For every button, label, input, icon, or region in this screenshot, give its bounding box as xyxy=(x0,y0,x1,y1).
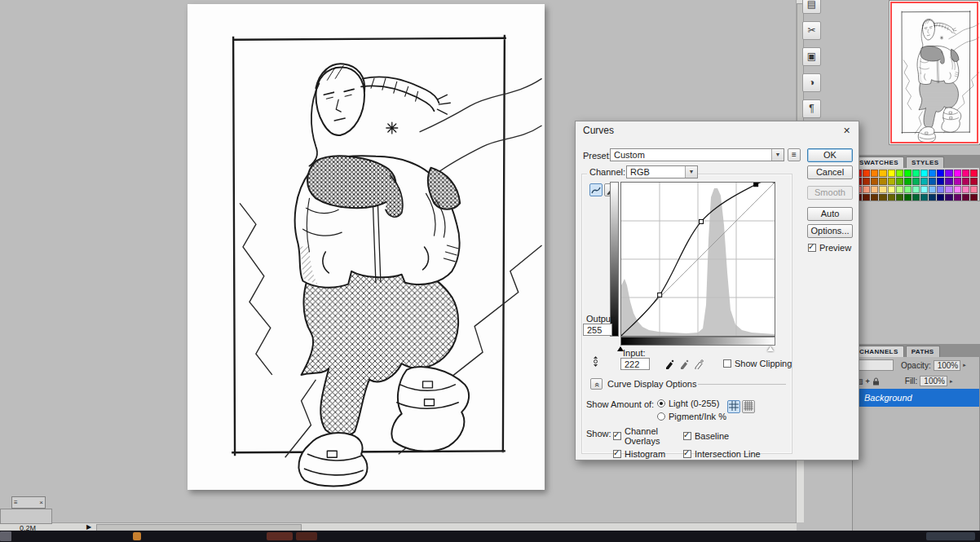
swatch-32[interactable] xyxy=(871,186,878,193)
preview-checkbox[interactable]: Preview xyxy=(808,243,851,253)
swatch-19[interactable] xyxy=(888,178,895,185)
collapse-section-button[interactable]: « xyxy=(590,378,603,390)
swatch-41[interactable] xyxy=(945,186,952,193)
taskbar-item-0[interactable] xyxy=(133,532,141,540)
swatch-6[interactable] xyxy=(904,170,912,177)
swatch-18[interactable] xyxy=(879,178,886,185)
radio-button[interactable] xyxy=(657,399,665,408)
checkbox-box[interactable] xyxy=(808,244,816,252)
paragraph-icon[interactable]: ¶ xyxy=(802,99,821,118)
status-arrow-button[interactable]: ▶ xyxy=(86,523,91,531)
curve-point[interactable] xyxy=(700,219,704,223)
tab-paths[interactable]: PATHS xyxy=(906,346,940,357)
swatch-46[interactable] xyxy=(863,194,870,201)
show-option-intersection-line[interactable]: Intersection Line xyxy=(683,449,761,459)
taskbar-start-icon[interactable] xyxy=(0,531,11,541)
swatch-52[interactable] xyxy=(912,194,920,201)
navigator-view-box[interactable] xyxy=(890,2,978,143)
layer-row-background[interactable]: Background xyxy=(853,389,979,407)
simple-grid-button[interactable] xyxy=(727,400,740,413)
swatch-38[interactable] xyxy=(920,186,928,193)
swatch-26[interactable] xyxy=(945,178,952,185)
swatch-47[interactable] xyxy=(871,194,878,201)
swatch-23[interactable] xyxy=(920,178,928,185)
opacity-spinner-icon[interactable]: ▸ xyxy=(963,362,966,368)
options-button[interactable]: Options... xyxy=(807,224,853,238)
fill-spinner-icon[interactable]: ▸ xyxy=(950,378,953,385)
white-point-eyedropper-icon[interactable] xyxy=(693,358,704,369)
swatch-4[interactable] xyxy=(888,170,895,177)
checkbox-box[interactable] xyxy=(683,450,691,458)
swatch-39[interactable] xyxy=(929,186,936,193)
swatch-29[interactable] xyxy=(970,178,978,185)
swatch-10[interactable] xyxy=(937,170,944,177)
close-icon[interactable]: × xyxy=(39,499,43,506)
taskbar-item-3[interactable] xyxy=(926,532,975,540)
preset-dropdown[interactable]: Custom ▼ xyxy=(610,148,784,161)
swatch-40[interactable] xyxy=(937,186,944,193)
swatch-20[interactable] xyxy=(896,178,903,185)
taskbar-item-2[interactable] xyxy=(296,532,317,540)
amount-option-light-0-255-[interactable]: Light (0-255) xyxy=(657,399,726,408)
preset-menu-button[interactable]: ≡ xyxy=(788,148,801,161)
swatch-7[interactable] xyxy=(912,170,920,177)
auto-button[interactable]: Auto xyxy=(807,207,853,221)
lock-position-icon[interactable]: + xyxy=(866,377,870,386)
black-point-eyedropper-icon[interactable] xyxy=(664,358,675,369)
checkbox-box[interactable] xyxy=(723,359,731,368)
checkbox-box[interactable] xyxy=(683,432,691,440)
blend-mode-dropdown[interactable] xyxy=(856,359,894,371)
input-field[interactable]: 222 xyxy=(620,358,650,370)
swatch-59[interactable] xyxy=(970,194,978,201)
curve-point-selected[interactable] xyxy=(754,183,758,187)
swatch-17[interactable] xyxy=(871,178,878,185)
show-option-channel-overlays[interactable]: Channel Overlays xyxy=(613,426,683,446)
swatch-24[interactable] xyxy=(929,178,936,185)
swatch-35[interactable] xyxy=(896,186,903,193)
swatch-9[interactable] xyxy=(929,170,936,177)
dock-icon-3[interactable]: ▣ xyxy=(802,47,821,66)
swatch-37[interactable] xyxy=(912,186,920,193)
swatch-58[interactable] xyxy=(962,194,969,201)
swatch-13[interactable] xyxy=(962,170,969,177)
collapsed-mini-panel[interactable]: ≡× xyxy=(11,496,46,509)
close-icon[interactable]: ✕ xyxy=(841,125,853,137)
checkbox-box[interactable] xyxy=(613,432,621,440)
white-point-slider[interactable] xyxy=(767,346,774,351)
tab-swatches[interactable]: SWATCHES xyxy=(854,156,904,168)
dock-icon-4[interactable]: ◑ xyxy=(802,73,821,92)
swatch-27[interactable] xyxy=(954,178,961,185)
output-field[interactable]: 255 xyxy=(583,324,612,336)
swatch-49[interactable] xyxy=(888,194,895,201)
collapsed-mini-panel-2[interactable] xyxy=(0,509,52,524)
cancel-button[interactable]: Cancel xyxy=(807,165,853,179)
swatch-50[interactable] xyxy=(896,194,903,201)
swatch-48[interactable] xyxy=(879,194,886,201)
dock-icon-1[interactable]: ▤ xyxy=(802,0,821,14)
swatch-8[interactable] xyxy=(920,170,928,177)
scissors-icon[interactable]: ✂ xyxy=(802,21,821,40)
swatch-14[interactable] xyxy=(970,170,978,177)
show-option-baseline[interactable]: Baseline xyxy=(683,426,761,446)
swatch-1[interactable] xyxy=(863,170,870,177)
taskbar-item-1[interactable] xyxy=(267,532,293,540)
show-clipping-checkbox[interactable]: Show Clipping xyxy=(723,359,792,368)
swatch-21[interactable] xyxy=(904,178,912,185)
swatch-16[interactable] xyxy=(863,178,870,185)
swatch-22[interactable] xyxy=(912,178,920,185)
swatch-53[interactable] xyxy=(920,194,928,201)
swatch-51[interactable] xyxy=(904,194,912,201)
swatch-57[interactable] xyxy=(954,194,961,201)
checkbox-box[interactable] xyxy=(613,450,621,458)
swatch-34[interactable] xyxy=(888,186,895,193)
amount-option-pigment-ink-[interactable]: Pigment/Ink % xyxy=(657,412,726,421)
swatch-28[interactable] xyxy=(962,178,969,185)
gray-point-eyedropper-icon[interactable] xyxy=(678,358,690,369)
swatch-31[interactable] xyxy=(863,186,870,193)
smooth-button[interactable]: Smooth xyxy=(807,186,853,200)
curve-point[interactable] xyxy=(658,293,662,297)
channel-dropdown[interactable]: RGB ▼ xyxy=(626,165,698,178)
swatch-33[interactable] xyxy=(879,186,886,193)
swatch-55[interactable] xyxy=(937,194,944,201)
swatch-25[interactable] xyxy=(937,178,944,185)
